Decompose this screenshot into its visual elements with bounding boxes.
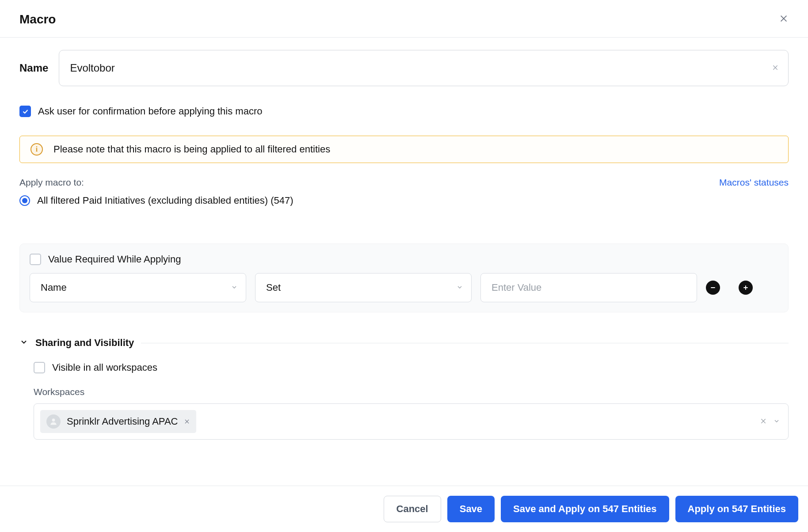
add-rule-button[interactable]	[739, 281, 753, 295]
minus-icon	[709, 284, 717, 291]
visible-all-checkbox[interactable]	[34, 362, 45, 373]
value-input[interactable]	[480, 273, 697, 302]
divider	[141, 343, 789, 343]
name-label: Name	[19, 62, 48, 74]
save-and-apply-button[interactable]: Save and Apply on 547 Entities	[501, 496, 669, 522]
check-icon	[22, 108, 29, 115]
open-workspaces-dropdown[interactable]	[773, 416, 780, 427]
clear-workspaces-button[interactable]	[760, 416, 767, 427]
radio-selected-icon	[22, 198, 27, 203]
workspace-chip: Sprinklr Advertising APAC	[40, 410, 196, 433]
close-icon	[772, 64, 779, 71]
workspaces-select[interactable]: Sprinklr Advertising APAC	[34, 403, 789, 440]
save-button[interactable]: Save	[447, 496, 495, 522]
info-banner: i Please note that this macro is being a…	[19, 136, 789, 163]
info-text: Please note that this macro is being app…	[53, 144, 330, 155]
remove-rule-button[interactable]	[706, 281, 720, 295]
close-icon	[779, 14, 789, 23]
confirm-checkbox[interactable]	[19, 106, 31, 117]
rule-box: Value Required While Applying Name Set	[19, 243, 789, 312]
chevron-down-icon	[231, 282, 238, 293]
confirm-label: Ask user for confirmation before applyin…	[38, 106, 262, 117]
dialog-footer: Cancel Save Save and Apply on 547 Entiti…	[0, 486, 808, 532]
macros-statuses-link[interactable]: Macros' statuses	[719, 177, 789, 188]
section-toggle[interactable]	[19, 338, 28, 349]
operation-select[interactable]: Set	[255, 273, 472, 302]
avatar	[46, 414, 61, 429]
value-required-checkbox[interactable]	[30, 254, 41, 265]
remove-chip-button[interactable]	[184, 416, 190, 427]
dialog-header: Macro	[0, 0, 808, 38]
operation-select-value: Set	[266, 282, 281, 293]
close-button[interactable]	[779, 14, 789, 26]
close-icon	[760, 418, 767, 425]
person-icon	[49, 417, 58, 426]
dialog-title: Macro	[19, 12, 56, 27]
field-select[interactable]: Name	[30, 273, 246, 302]
visible-all-label: Visible in all workspaces	[52, 362, 157, 373]
sharing-section-title: Sharing and Visibility	[35, 337, 134, 349]
close-icon	[184, 418, 190, 425]
cancel-button[interactable]: Cancel	[384, 496, 441, 522]
workspace-chip-label: Sprinklr Advertising APAC	[67, 416, 178, 427]
chevron-down-icon	[773, 418, 780, 425]
svg-point-0	[52, 418, 55, 422]
clear-name-button[interactable]	[772, 63, 779, 73]
apply-to-radio[interactable]	[19, 195, 30, 206]
apply-to-label: Apply macro to:	[19, 177, 84, 188]
field-select-value: Name	[41, 282, 67, 293]
chevron-down-icon	[19, 338, 28, 346]
apply-button[interactable]: Apply on 547 Entities	[675, 496, 799, 522]
info-icon: i	[30, 143, 43, 156]
plus-icon	[742, 284, 749, 291]
apply-to-option-label: All filtered Paid Initiatives (excluding…	[37, 195, 293, 206]
workspaces-label: Workspaces	[34, 387, 789, 397]
chevron-down-icon	[456, 282, 463, 293]
value-required-label: Value Required While Applying	[48, 254, 181, 265]
name-input[interactable]	[59, 50, 789, 86]
